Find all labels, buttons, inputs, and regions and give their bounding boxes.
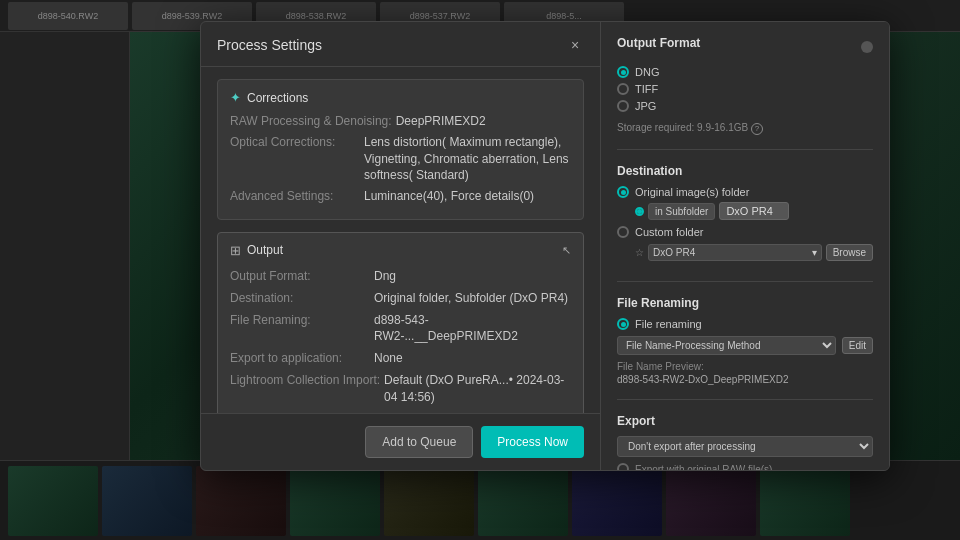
destination-original-option: Original image(s) folder in Subfolder bbox=[617, 186, 873, 220]
corrections-raw-label: RAW Processing & Denoising: bbox=[230, 113, 392, 130]
dialog-actions: Add to Queue Process Now bbox=[201, 413, 600, 470]
destination-custom-label: Custom folder bbox=[635, 226, 703, 238]
export-option-select[interactable]: Don't export after processing bbox=[617, 436, 873, 457]
destination-custom-row[interactable]: Custom folder bbox=[617, 226, 873, 238]
corrections-title: Corrections bbox=[247, 91, 308, 105]
output-renaming-row: File Renaming: d898-543-RW2-...__DeepPRI… bbox=[230, 312, 571, 346]
output-header: ⊞ Output ↖ bbox=[230, 243, 571, 258]
destination-custom-radio[interactable] bbox=[617, 226, 629, 238]
corrections-raw-row: RAW Processing & Denoising: DeepPRIMEXD2 bbox=[230, 113, 571, 130]
custom-folder-name: DxO PR4 bbox=[653, 247, 695, 258]
dialog-container: Process Settings × ✦ Corrections RAW Pro… bbox=[200, 21, 890, 471]
file-renaming-section-title: File Renaming bbox=[617, 296, 873, 310]
browse-button[interactable]: Browse bbox=[826, 244, 873, 261]
output-format-info-icon bbox=[861, 41, 873, 53]
destination-original-row[interactable]: Original image(s) folder bbox=[617, 186, 873, 198]
destination-custom-folder-row: ☆ DxO PR4 ▾ Browse bbox=[617, 244, 873, 261]
bottom-thumb-9[interactable] bbox=[760, 466, 850, 536]
add-to-queue-button[interactable]: Add to Queue bbox=[365, 426, 473, 458]
process-now-button[interactable]: Process Now bbox=[481, 426, 584, 458]
output-format-row: Output Format: Dng bbox=[230, 268, 571, 285]
close-button[interactable]: × bbox=[566, 36, 584, 54]
format-tiff-row[interactable]: TIFF bbox=[617, 83, 873, 95]
dialog-right-panel: Output Format DNG TIFF JPG bbox=[601, 22, 889, 470]
corrections-advanced-value: Luminance(40), Force details(0) bbox=[364, 188, 534, 205]
export-section-title: Export bbox=[617, 414, 873, 428]
format-dng-radio[interactable] bbox=[617, 66, 629, 78]
divider-3 bbox=[617, 399, 873, 400]
dialog-content: ✦ Corrections RAW Processing & Denoising… bbox=[201, 67, 600, 413]
destination-group: Destination Original image(s) folder in … bbox=[617, 164, 873, 267]
divider-2 bbox=[617, 281, 873, 282]
output-icon: ⊞ bbox=[230, 243, 241, 258]
bottom-thumb-6[interactable] bbox=[478, 466, 568, 536]
corrections-header: ✦ Corrections bbox=[230, 90, 571, 105]
renaming-method-row: File Name-Processing Method Edit bbox=[617, 336, 873, 355]
destination-original-label: Original image(s) folder bbox=[635, 186, 749, 198]
format-jpg-label: JPG bbox=[635, 100, 656, 112]
subfolder-toggle-button[interactable]: in Subfolder bbox=[648, 203, 715, 220]
file-renaming-group: File Renaming File renaming File Name-Pr… bbox=[617, 296, 873, 385]
output-format-section-title: Output Format bbox=[617, 36, 700, 50]
subfolder-input[interactable] bbox=[719, 202, 789, 220]
bottom-thumb-4[interactable] bbox=[290, 466, 380, 536]
preview-label: File Name Preview: bbox=[617, 361, 873, 372]
bottom-thumb-1[interactable] bbox=[8, 466, 98, 536]
format-dng-row[interactable]: DNG bbox=[617, 66, 873, 78]
corrections-optical-row: Optical Corrections: Lens distortion( Ma… bbox=[230, 134, 571, 184]
output-destination-label: Destination: bbox=[230, 290, 370, 307]
filmstrip-thumb-1[interactable]: d898-540.RW2 bbox=[8, 2, 128, 30]
folder-chevron-icon: ▾ bbox=[812, 247, 817, 258]
bottom-thumb-5[interactable] bbox=[384, 466, 474, 536]
file-renaming-radio[interactable] bbox=[617, 318, 629, 330]
divider-1 bbox=[617, 149, 873, 150]
corrections-section: ✦ Corrections RAW Processing & Denoising… bbox=[217, 79, 584, 220]
output-destination-row: Destination: Original folder, Subfolder … bbox=[230, 290, 571, 307]
destination-subfolder-radio[interactable] bbox=[635, 207, 644, 216]
output-renaming-label: File Renaming: bbox=[230, 312, 370, 346]
renaming-method-select[interactable]: File Name-Processing Method bbox=[617, 336, 836, 355]
output-format-value: Dng bbox=[374, 268, 396, 285]
destination-original-radio[interactable] bbox=[617, 186, 629, 198]
format-options: DNG TIFF JPG bbox=[617, 66, 873, 112]
export-with-raw-radio[interactable] bbox=[617, 463, 629, 470]
export-group: Export Don't export after processing Exp… bbox=[617, 414, 873, 470]
dialog-header: Process Settings × bbox=[201, 22, 600, 67]
corrections-optical-label: Optical Corrections: bbox=[230, 134, 360, 184]
corrections-advanced-row: Advanced Settings: Luminance(40), Force … bbox=[230, 188, 571, 205]
output-format-label: Output Format: bbox=[230, 268, 370, 285]
export-with-raw-label: Export with original RAW file(s) bbox=[635, 464, 772, 471]
preview-value: d898-543-RW2-DxO_DeepPRIMEXD2 bbox=[617, 374, 873, 385]
format-jpg-row[interactable]: JPG bbox=[617, 100, 873, 112]
output-format-header-row: Output Format bbox=[617, 36, 873, 58]
bottom-thumb-8[interactable] bbox=[666, 466, 756, 536]
corrections-raw-value: DeepPRIMEXD2 bbox=[396, 113, 486, 130]
output-destination-value: Original folder, Subfolder (DxO PR4) bbox=[374, 290, 568, 307]
output-format-group: Output Format DNG TIFF JPG bbox=[617, 36, 873, 135]
dialog-title: Process Settings bbox=[217, 37, 322, 53]
file-renaming-enabled-label: File renaming bbox=[635, 318, 702, 330]
format-tiff-radio[interactable] bbox=[617, 83, 629, 95]
format-jpg-radio[interactable] bbox=[617, 100, 629, 112]
bottom-thumb-3[interactable] bbox=[196, 466, 286, 536]
cursor-indicator: ↖ bbox=[562, 244, 571, 257]
destination-section-title: Destination bbox=[617, 164, 873, 178]
destination-custom-option: Custom folder ☆ DxO PR4 ▾ Browse bbox=[617, 226, 873, 261]
file-renaming-enable-row[interactable]: File renaming bbox=[617, 318, 873, 330]
export-with-raw-row[interactable]: Export with original RAW file(s) bbox=[617, 463, 873, 470]
format-dng-label: DNG bbox=[635, 66, 659, 78]
dialog-left-panel: Process Settings × ✦ Corrections RAW Pro… bbox=[201, 22, 601, 470]
output-export-value: None bbox=[374, 350, 403, 367]
storage-info-icon[interactable]: ? bbox=[751, 123, 763, 135]
bottom-thumb-2[interactable] bbox=[102, 466, 192, 536]
custom-folder-display: DxO PR4 ▾ bbox=[648, 244, 822, 261]
output-export-label: Export to application: bbox=[230, 350, 370, 367]
output-lightroom-value: Default (DxO PureRA...• 2024-03-04 14:56… bbox=[384, 372, 571, 406]
bottom-thumb-7[interactable] bbox=[572, 466, 662, 536]
output-title-group: ⊞ Output bbox=[230, 243, 283, 258]
folder-star-icon: ☆ bbox=[635, 247, 644, 258]
output-export-row: Export to application: None bbox=[230, 350, 571, 367]
format-tiff-label: TIFF bbox=[635, 83, 658, 95]
renaming-edit-button[interactable]: Edit bbox=[842, 337, 873, 354]
output-section: ⊞ Output ↖ Output Format: Dng Destinatio… bbox=[217, 232, 584, 413]
